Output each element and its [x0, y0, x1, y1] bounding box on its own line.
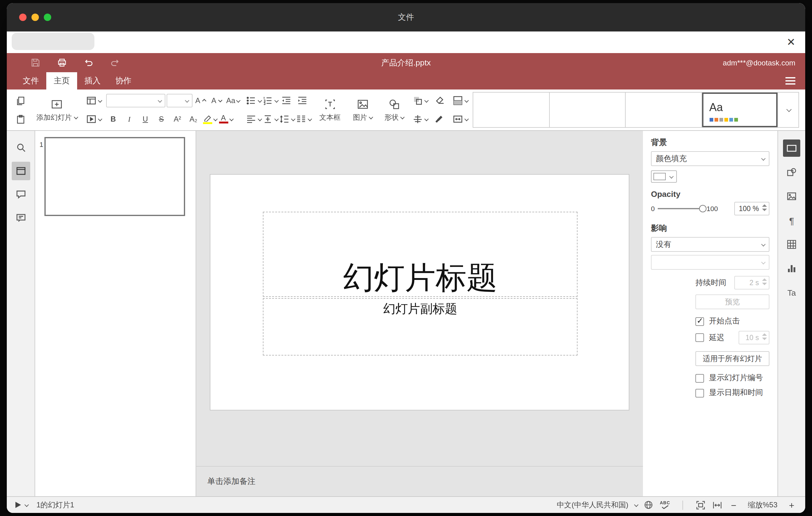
chat-icon[interactable]: [11, 209, 30, 227]
textbox-button[interactable]: 文本框: [316, 91, 344, 128]
notes-area[interactable]: 单击添加备注: [196, 466, 643, 496]
vertical-align-icon[interactable]: [262, 112, 277, 126]
slides-panel-icon[interactable]: [11, 162, 30, 180]
search-icon[interactable]: [11, 138, 30, 157]
duration-spinner[interactable]: [762, 278, 767, 285]
font-color-icon[interactable]: A: [218, 112, 233, 126]
slide-1[interactable]: 幻灯片标题 幻灯片副标题: [210, 174, 629, 410]
save-icon[interactable]: [30, 57, 41, 68]
font-name-select[interactable]: [106, 94, 165, 107]
zoom-traffic-light[interactable]: [44, 13, 51, 21]
tab-collaboration[interactable]: 协作: [108, 72, 139, 89]
columns-icon[interactable]: [295, 112, 311, 126]
zoom-out-icon[interactable]: −: [729, 500, 738, 510]
close-traffic-light[interactable]: [19, 13, 27, 21]
arrange-shape-icon[interactable]: [412, 93, 428, 108]
start-slideshow-status-icon[interactable]: [16, 502, 21, 508]
theme-cell-selected[interactable]: Aa: [701, 93, 778, 127]
shape-settings-icon[interactable]: [783, 164, 800, 181]
paste-icon[interactable]: [13, 112, 28, 126]
language-label[interactable]: 中文(中华人民共和国): [557, 500, 629, 510]
undo-icon[interactable]: [83, 57, 94, 68]
opacity-slider-knob[interactable]: [699, 205, 706, 212]
line-spacing-icon[interactable]: [279, 112, 294, 126]
superscript-icon[interactable]: A²: [170, 112, 185, 126]
increase-font-icon[interactable]: A: [194, 93, 208, 108]
chart-settings-icon[interactable]: [783, 260, 800, 277]
title-placeholder[interactable]: 幻灯片标题: [263, 212, 578, 297]
italic-icon[interactable]: I: [122, 112, 137, 126]
horizontal-align-icon[interactable]: [245, 112, 261, 126]
opacity-slider[interactable]: [658, 205, 703, 212]
color-scheme-icon[interactable]: [452, 93, 468, 108]
theme-cell-2[interactable]: [549, 93, 625, 127]
slide-thumbnail-1[interactable]: [45, 137, 185, 216]
numbered-list-icon[interactable]: [262, 93, 277, 108]
highlight-color-icon[interactable]: [202, 112, 217, 126]
delay-input[interactable]: 10 s: [738, 331, 770, 344]
decrease-font-icon[interactable]: A: [209, 93, 224, 108]
menu-icon[interactable]: [785, 77, 795, 85]
slide-size-icon[interactable]: [452, 112, 468, 126]
copy-icon[interactable]: [13, 93, 28, 108]
start-slideshow-icon[interactable]: [85, 112, 101, 126]
image-settings-icon[interactable]: [783, 188, 800, 205]
clear-style-icon[interactable]: [433, 93, 447, 108]
image-button[interactable]: 图片: [349, 91, 376, 128]
fit-slide-icon[interactable]: [695, 500, 706, 510]
change-case-icon[interactable]: Aa: [226, 93, 240, 108]
font-size-select[interactable]: [166, 94, 192, 107]
start-on-click-checkbox[interactable]: [695, 317, 704, 325]
table-settings-icon[interactable]: [783, 236, 800, 253]
paragraph-settings-icon[interactable]: ¶: [783, 212, 800, 229]
show-slide-number-checkbox[interactable]: [695, 374, 704, 382]
delay-spinner[interactable]: [762, 333, 767, 340]
copy-style-icon[interactable]: [433, 112, 447, 126]
fit-width-icon[interactable]: [712, 500, 723, 510]
tab-file[interactable]: 文件: [16, 72, 46, 89]
effect-variant-select[interactable]: [651, 255, 770, 270]
subtitle-placeholder[interactable]: 幻灯片副标题: [263, 298, 578, 355]
theme-gallery-expand-icon[interactable]: [778, 93, 799, 127]
redo-icon[interactable]: [110, 57, 120, 68]
tab-home[interactable]: 主页: [46, 72, 77, 89]
font-group: A A Aa B I U S A² A₂ A: [106, 91, 240, 128]
duration-input[interactable]: 2 s: [734, 276, 770, 289]
decrease-indent-icon[interactable]: [279, 93, 293, 108]
comments-icon[interactable]: [11, 185, 30, 204]
delay-checkbox[interactable]: [695, 333, 704, 342]
align-shape-icon[interactable]: [412, 112, 428, 126]
increase-indent-icon[interactable]: [295, 93, 310, 108]
apply-all-button[interactable]: 适用于所有幻灯片: [695, 351, 770, 366]
opacity-value-input[interactable]: 100 %: [734, 202, 770, 216]
print-icon[interactable]: [57, 57, 67, 68]
tab-insert[interactable]: 插入: [77, 72, 108, 89]
close-icon[interactable]: ✕: [783, 34, 799, 50]
shape-button[interactable]: 形状: [381, 91, 407, 128]
text-art-settings-icon[interactable]: Ta: [783, 284, 800, 301]
fill-color-swatch[interactable]: [651, 170, 677, 183]
slide-settings-icon[interactable]: [783, 140, 800, 157]
fill-type-select[interactable]: 颜色填充: [651, 151, 770, 166]
underline-icon[interactable]: U: [138, 112, 153, 126]
language-select-icon[interactable]: [634, 503, 639, 507]
add-slide-button[interactable]: 添加幻灯片: [33, 91, 81, 128]
zoom-in-icon[interactable]: +: [787, 500, 796, 510]
effect-select[interactable]: 没有: [651, 237, 770, 252]
slide-canvas[interactable]: 幻灯片标题 幻灯片副标题: [196, 131, 643, 466]
subscript-icon[interactable]: A₂: [186, 112, 201, 126]
strikethrough-icon[interactable]: S: [154, 112, 169, 126]
show-date-time-checkbox[interactable]: [695, 389, 704, 397]
opacity-spinner[interactable]: [762, 204, 767, 211]
theme-cell-1[interactable]: [473, 93, 549, 127]
spellcheck-icon[interactable]: ABC: [660, 500, 670, 509]
change-layout-icon[interactable]: [85, 93, 101, 108]
slideshow-options-icon[interactable]: [24, 503, 29, 507]
bullet-list-icon[interactable]: [245, 93, 261, 108]
minimize-traffic-light[interactable]: [31, 13, 39, 21]
theme-cell-3[interactable]: [625, 93, 701, 127]
editor-canvas-column: 幻灯片标题 幻灯片副标题 单击添加备注: [196, 131, 643, 496]
document-language-icon[interactable]: [644, 500, 654, 510]
preview-button[interactable]: 预览: [695, 294, 770, 309]
bold-icon[interactable]: B: [106, 112, 121, 126]
